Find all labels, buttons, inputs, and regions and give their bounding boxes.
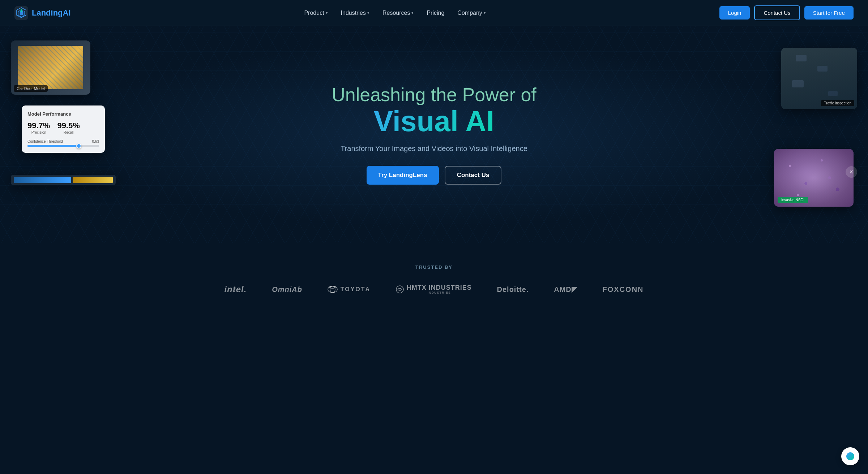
- nav-link-resources[interactable]: Resources ▾: [377, 7, 419, 19]
- bar-blue: [14, 177, 71, 183]
- svg-point-8: [396, 286, 403, 293]
- recall-metric: 99.5% Recall: [57, 121, 80, 134]
- bar-yellow: [73, 177, 113, 183]
- car-door-card: Car Door Model: [11, 40, 90, 95]
- intel-logo: intel.: [224, 284, 247, 294]
- nav-item-industries[interactable]: Industries ▾: [336, 7, 375, 19]
- nav-link-company[interactable]: Company ▾: [452, 7, 491, 19]
- logo-row: intel. OmniAb TOYOTA HMTX INDUSTRIES: [217, 284, 651, 294]
- svg-rect-4: [21, 9, 22, 12]
- car-door-label: Car Door Model: [14, 85, 48, 92]
- chevron-down-icon: ▾: [367, 10, 369, 15]
- chevron-down-icon: ▾: [326, 10, 328, 15]
- nav-actions: Login Contact Us Start for Free: [719, 5, 854, 20]
- hero-subtitle: Transform Your Images and Videos into Vi…: [332, 145, 536, 153]
- try-landinglens-button[interactable]: Try LandingLens: [367, 166, 439, 185]
- pathology-image: Invasive NSGI: [774, 149, 854, 207]
- model-performance-title: Model Performance: [27, 111, 99, 117]
- traffic-inspection-card: Traffic Inspection: [781, 48, 857, 109]
- nav-link-pricing[interactable]: Pricing: [422, 7, 449, 19]
- navbar: LandingAI Product ▾ Industries ▾ Resourc…: [0, 0, 868, 26]
- chevron-down-icon: ▾: [484, 10, 486, 15]
- logo-text: LandingAI: [32, 8, 71, 18]
- foxconn-logo: FOXCONN: [603, 285, 644, 294]
- nav-item-company[interactable]: Company ▾: [452, 7, 491, 19]
- pathology-card: Invasive NSGI: [774, 149, 854, 207]
- login-button[interactable]: Login: [719, 6, 750, 20]
- nav-item-pricing[interactable]: Pricing: [422, 7, 449, 19]
- nav-item-resources[interactable]: Resources ▾: [377, 7, 419, 19]
- start-free-button[interactable]: Start for Free: [804, 6, 854, 20]
- precision-metric: 99.7% Precision: [27, 121, 50, 134]
- close-button[interactable]: ×: [846, 166, 857, 178]
- pathology-badge: Invasive NSGI: [778, 197, 808, 203]
- nav-item-product[interactable]: Product ▾: [299, 7, 333, 19]
- nav-links: Product ▾ Industries ▾ Resources ▾ Prici…: [299, 7, 491, 19]
- hero-section: Car Door Model Model Performance 99.7% P…: [0, 26, 868, 243]
- hero-contact-button[interactable]: Contact Us: [445, 166, 502, 185]
- omniab-logo: OmniAb: [272, 285, 302, 294]
- car-door-inner-image: [18, 46, 83, 89]
- model-performance-card: Model Performance 99.7% Precision 99.5% …: [22, 105, 105, 153]
- toyota-logo: TOYOTA: [328, 286, 371, 293]
- slider-fill: [27, 145, 78, 147]
- svg-point-7: [329, 286, 336, 288]
- chevron-down-icon: ▾: [411, 10, 414, 15]
- hmtx-icon: [396, 285, 404, 293]
- nav-link-industries[interactable]: Industries ▾: [336, 7, 375, 19]
- svg-point-6: [330, 286, 335, 293]
- recall-value: 99.5%: [57, 121, 80, 130]
- hmtx-logo: HMTX INDUSTRIES INDUSTRIES: [396, 284, 472, 294]
- trusted-label: TRUSTED BY: [14, 264, 854, 270]
- contact-button[interactable]: Contact Us: [754, 5, 800, 20]
- hero-title-line1: Unleashing the Power of: [332, 84, 536, 106]
- toyota-icon: [328, 286, 338, 293]
- metrics-row: 99.7% Precision 99.5% Recall: [27, 121, 99, 134]
- threshold-row: Confidence Threshold 0.63: [27, 139, 99, 147]
- trusted-section: TRUSTED BY intel. OmniAb TOYOTA: [0, 243, 868, 323]
- bottom-bar-card: [11, 175, 116, 185]
- logo-link[interactable]: LandingAI: [14, 6, 71, 20]
- deloitte-logo: Deloitte.: [497, 285, 529, 294]
- recall-label: Recall: [57, 130, 80, 134]
- precision-label: Precision: [27, 130, 50, 134]
- nav-link-product[interactable]: Product ▾: [299, 7, 333, 19]
- precision-value: 99.7%: [27, 121, 50, 130]
- confidence-slider[interactable]: [27, 145, 99, 147]
- threshold-label: Confidence Threshold 0.63: [27, 139, 99, 143]
- amd-logo: AMD◤: [554, 285, 577, 294]
- hero-buttons: Try LandingLens Contact Us: [332, 166, 536, 185]
- traffic-inspection-label: Traffic Inspection: [821, 100, 854, 106]
- hero-content: Unleashing the Power of Visual AI Transf…: [332, 84, 536, 185]
- hero-title-line2: Visual AI: [332, 105, 536, 137]
- slider-thumb: [76, 143, 81, 148]
- logo-icon: [14, 6, 28, 20]
